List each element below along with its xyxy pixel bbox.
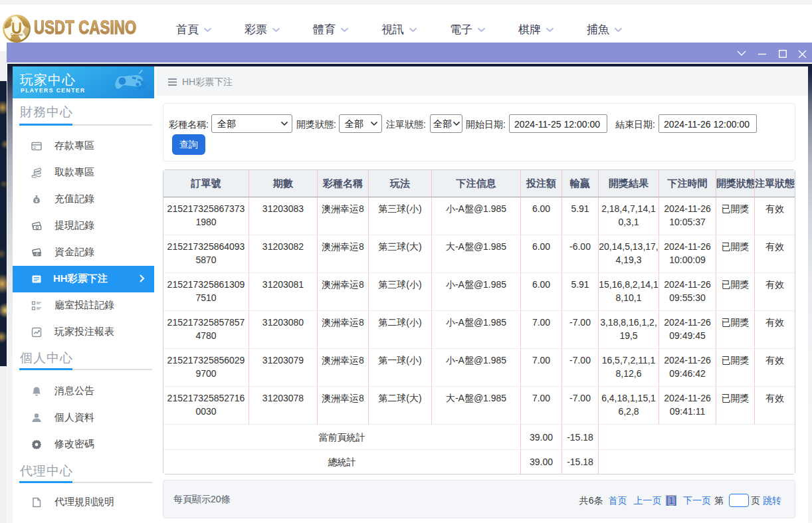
svg-text:Casino: Casino (11, 33, 23, 37)
